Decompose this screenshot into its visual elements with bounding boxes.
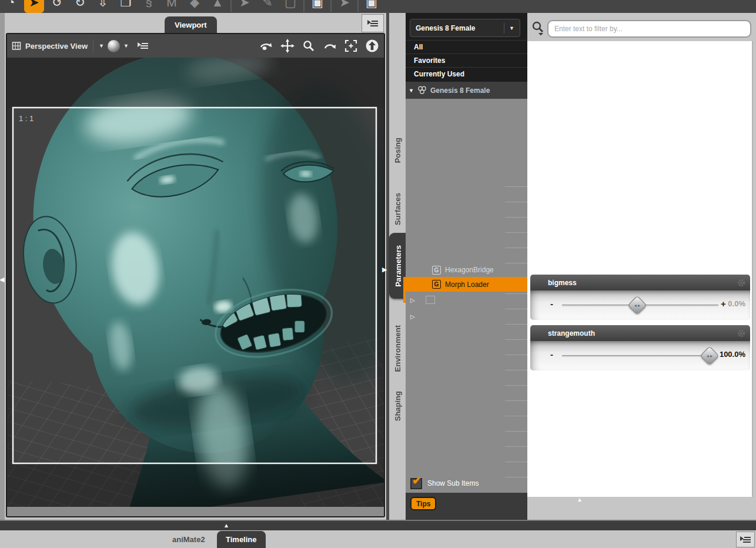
viewport-pane: Viewport Perspective View ▼	[5, 13, 386, 520]
toolbar-separator	[230, 0, 232, 12]
tab-timeline[interactable]: Timeline	[217, 531, 266, 548]
viewport-bottom-bar	[7, 507, 384, 516]
bottom-tab-bar: aniMate2 Timeline	[0, 530, 756, 548]
parameter-name: strangemouth	[548, 329, 595, 338]
filter-search-icon[interactable]	[531, 21, 546, 38]
tab-animate2[interactable]: aniMate2	[172, 530, 205, 548]
parameter-slider-row: - ◂ ▸ + 0.0%	[530, 290, 750, 320]
parameter-header: strangemouth	[530, 325, 750, 341]
group-node-icon: G	[432, 266, 441, 275]
group-node-icon: G	[432, 280, 441, 289]
slider-handle[interactable]: ◂ ▸	[628, 296, 647, 315]
drawstyle-caret-icon[interactable]: ▼	[123, 43, 129, 49]
viewport-widget: Perspective View ▼ ▼	[6, 33, 385, 517]
tree-item-morph-loader[interactable]: G Morph Loader	[406, 277, 527, 292]
view-grid-icon	[12, 41, 21, 51]
viewport-pane-menu-button[interactable]	[362, 14, 384, 32]
slider-decrement-button[interactable]: -	[550, 299, 553, 309]
scale-tool-icon[interactable]: ❐	[116, 0, 136, 13]
rotate-orbit-tool-icon[interactable]: ↺	[47, 0, 67, 13]
tree-collapse-arrow-icon[interactable]: ▷	[410, 313, 415, 320]
pointer-tool-icon[interactable]: ➤	[334, 0, 354, 13]
tree-root-genesis-8-female[interactable]: ▼ Genesis 8 Female	[406, 82, 527, 99]
filter-view-currently-used[interactable]: Currently Used	[406, 67, 527, 81]
show-sub-items-label: Show Sub Items	[427, 479, 479, 487]
pan-camera-icon[interactable]	[280, 39, 295, 53]
parameter-group-bigmess: bigmess - ◂ ▸ + 0.0%	[530, 275, 750, 320]
scene-navigator-tool-icon[interactable]: ◔	[1, 0, 21, 13]
dform-tool-icon[interactable]: §	[139, 0, 159, 13]
toolbar-separator	[330, 0, 332, 12]
zoom-camera-icon[interactable]	[302, 39, 315, 52]
collapse-right-arrow-icon[interactable]: ▶	[382, 266, 387, 273]
tree-item-collapsed-2[interactable]: ▷	[406, 309, 527, 323]
parameter-slider-row: - ◂ ▸ 100.0%	[530, 341, 750, 370]
collapse-left-arrow-icon[interactable]: ◀	[0, 276, 4, 283]
checkmark-icon: ✔	[412, 474, 422, 487]
parameter-header: bigmess	[530, 275, 750, 290]
figure-node-icon	[417, 86, 427, 95]
tree-collapse-arrow-icon[interactable]: ▷	[410, 297, 415, 303]
node-selector-value: Genesis 8 Female	[416, 24, 475, 32]
parameters-panel: bigmess - ◂ ▸ + 0.0%	[527, 13, 756, 520]
slider-value[interactable]: 0.0%	[715, 299, 745, 308]
preview-tile-icon[interactable]: ▣	[307, 0, 327, 13]
tab-shaping[interactable]: Shaping	[389, 385, 406, 427]
view-selector-label[interactable]: Perspective View	[25, 42, 88, 51]
viewport-nav-controls	[259, 39, 379, 53]
bottom-pane-menu-button[interactable]	[736, 532, 755, 547]
region-tool-icon[interactable]: ▢	[280, 0, 300, 13]
show-sub-items-checkbox[interactable]: ✔	[410, 478, 422, 489]
filter-view-favorites[interactable]: Favorites	[406, 54, 527, 67]
node-selector-dropdown[interactable]: Genesis 8 Female ▼	[410, 19, 520, 37]
node-selection-tool-icon[interactable]: ➤	[24, 0, 44, 13]
panel-splitter-up-icon[interactable]: ▲	[577, 496, 583, 503]
paint-brush-tool-icon[interactable]: ✎	[257, 0, 277, 13]
tab-surfaces[interactable]: Surfaces	[389, 187, 406, 230]
viewport-options-icon[interactable]	[137, 41, 149, 51]
orbit-camera-icon[interactable]	[259, 39, 273, 52]
spot-render-tool-icon[interactable]: ▲	[208, 0, 228, 13]
gear-icon[interactable]	[737, 329, 746, 340]
geometry-tool-icon[interactable]: ◆	[185, 0, 205, 13]
tree-row-guides	[505, 172, 527, 486]
tab-posing[interactable]: Posing	[389, 132, 406, 169]
pane-menu-icon	[367, 18, 379, 29]
parameters-list-area: bigmess - ◂ ▸ + 0.0%	[527, 41, 753, 497]
surface-selection-tool-icon[interactable]: ➤	[235, 0, 255, 13]
bottom-dock-strip: ▲	[0, 520, 756, 530]
rotate-tool-icon[interactable]: ↻	[70, 0, 90, 13]
reset-camera-icon[interactable]	[365, 39, 379, 53]
viewport-canvas[interactable]: 1 : 1	[7, 58, 384, 507]
filter-text-input[interactable]	[547, 20, 751, 38]
tree-expand-icon[interactable]: ▼	[409, 88, 414, 93]
view-selector-caret-icon[interactable]: ▼	[99, 43, 104, 49]
scene-panel-footer: Tips	[406, 493, 527, 520]
slider-track[interactable]	[562, 355, 712, 357]
filter-view-all[interactable]: All	[406, 40, 527, 54]
drawstyle-sphere-icon[interactable]	[108, 40, 120, 52]
slider-value[interactable]: 100.0%	[715, 350, 745, 359]
toolbar-separator	[357, 0, 359, 12]
tree-item-hexagonbridge[interactable]: G HexagonBridge	[406, 263, 527, 277]
measure-tool-icon[interactable]: M	[162, 0, 182, 13]
aspect-ratio-label: 1 : 1	[19, 114, 34, 123]
tree-item-collapsed-1[interactable]: ▷	[406, 293, 527, 307]
tree-root-label: Genesis 8 Female	[430, 86, 490, 95]
dock-splitter-up-icon[interactable]: ▲	[223, 522, 229, 529]
gear-icon[interactable]	[737, 278, 746, 289]
toolbar-separator	[303, 0, 305, 12]
tab-environment[interactable]: Environment	[389, 318, 406, 380]
slider-decrement-button[interactable]: -	[550, 349, 553, 359]
viewport-header: Perspective View ▼ ▼	[7, 34, 384, 58]
translate-tool-icon[interactable]: ⇩	[93, 0, 113, 13]
frame-camera-icon[interactable]	[344, 39, 357, 52]
parameter-group-strangemouth: strangemouth - ◂ ▸ 100.0%	[530, 325, 750, 370]
tab-viewport[interactable]: Viewport	[165, 16, 217, 33]
tips-button[interactable]: Tips	[410, 497, 436, 510]
parameter-name: bigmess	[548, 279, 577, 287]
render-tile-icon[interactable]: ▣	[362, 0, 382, 13]
left-dock-strip: ◀	[0, 13, 5, 520]
header-separator	[93, 39, 93, 52]
rotate-camera-icon[interactable]	[323, 40, 337, 52]
